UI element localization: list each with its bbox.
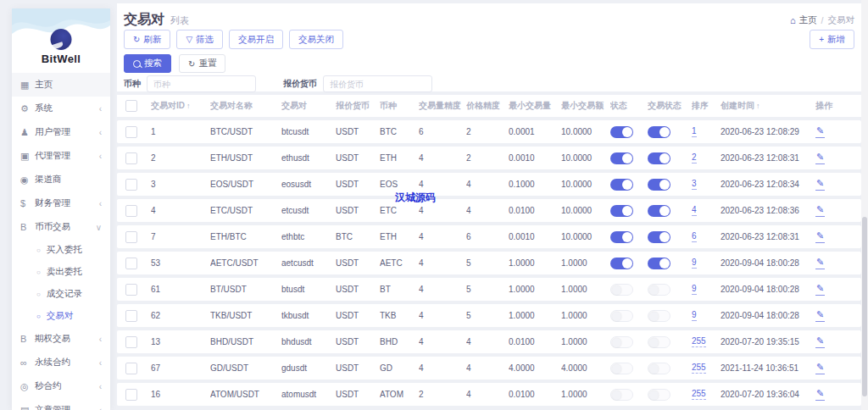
dollar-icon: $: [20, 198, 35, 208]
edit-icon[interactable]: ✎: [815, 283, 825, 296]
chevron-left-icon: ‹: [99, 406, 102, 410]
sort-value-link[interactable]: 9: [692, 284, 697, 295]
status-toggle[interactable]: [610, 389, 633, 401]
row-checkbox[interactable]: [125, 310, 137, 322]
sidebar-item[interactable]: ◎秒合约‹: [12, 374, 110, 398]
cell-min-amount: 10.0000: [561, 206, 592, 215]
edit-icon[interactable]: ✎: [815, 125, 825, 138]
status-toggle[interactable]: [610, 231, 633, 243]
sort-value-link[interactable]: 2: [692, 152, 697, 163]
cell-price-precision: 2: [466, 127, 471, 136]
sidebar-item[interactable]: ◉渠道商: [12, 168, 110, 191]
sidebar-item[interactable]: ∞永续合约‹: [12, 351, 110, 374]
status-toggle[interactable]: [610, 126, 633, 138]
sidebar-item[interactable]: ♟用户管理‹: [12, 120, 110, 144]
row-checkbox[interactable]: [125, 152, 137, 164]
row-checkbox[interactable]: [125, 363, 137, 374]
row-checkbox[interactable]: [125, 336, 137, 348]
sort-value-link[interactable]: 255: [692, 363, 706, 374]
coin-input[interactable]: [147, 75, 256, 92]
cell-min-volume: 0.0010: [509, 153, 535, 163]
status-toggle[interactable]: [610, 152, 633, 164]
quote-input[interactable]: [323, 75, 432, 92]
status-toggle[interactable]: [610, 336, 633, 348]
column-header-label: 操作: [815, 100, 832, 112]
add-button[interactable]: + 新增: [810, 30, 854, 49]
edit-icon[interactable]: ✎: [815, 257, 825, 269]
trade-status-toggle[interactable]: [648, 363, 670, 374]
sidebar-item-label: 系统: [35, 102, 53, 114]
sort-value-link[interactable]: 9: [692, 258, 697, 269]
sort-value-link[interactable]: 255: [692, 336, 706, 347]
sort-arrow-icon[interactable]: ↑: [756, 102, 760, 110]
sort-value-link[interactable]: 9: [692, 310, 697, 321]
trade-status-toggle[interactable]: [648, 258, 670, 269]
trade-close-button[interactable]: 交易关闭: [289, 30, 343, 49]
cell-name: GD/USDT: [210, 363, 248, 373]
status-toggle[interactable]: [610, 310, 633, 322]
trade-status-toggle[interactable]: [648, 284, 670, 296]
sort-value-link[interactable]: 255: [692, 389, 706, 400]
row-checkbox[interactable]: [125, 205, 137, 217]
status-toggle[interactable]: [610, 284, 633, 296]
breadcrumb-current: 交易对: [828, 14, 855, 26]
sidebar-item[interactable]: B币币交易∨: [12, 215, 110, 239]
cell-pair: btusdt: [281, 285, 304, 294]
sidebar-item[interactable]: ▣代理管理‹: [12, 144, 110, 168]
scrollbar-thumb[interactable]: [862, 217, 867, 396]
trade-status-toggle[interactable]: [648, 310, 670, 322]
trade-status-toggle[interactable]: [648, 152, 670, 164]
cell-min-amount: 10.0000: [561, 127, 592, 136]
sort-value-link[interactable]: 1: [692, 126, 697, 137]
refresh-button[interactable]: ↻ 刷新: [124, 30, 170, 49]
edit-icon[interactable]: ✎: [815, 335, 825, 348]
row-checkbox[interactable]: [125, 179, 137, 191]
cell-pair: eosusdt: [281, 180, 311, 189]
sidebar-subitem[interactable]: ○成交记录: [12, 283, 110, 305]
sidebar-item[interactable]: B期权交易‹: [12, 327, 110, 351]
sidebar-item[interactable]: ▤文章管理‹: [12, 398, 110, 410]
edit-icon[interactable]: ✎: [815, 309, 825, 322]
edit-icon[interactable]: ✎: [815, 152, 825, 164]
edit-icon[interactable]: ✎: [815, 230, 825, 243]
select-all-checkbox[interactable]: [125, 100, 137, 112]
trade-open-button[interactable]: 交易开启: [229, 30, 283, 49]
sort-value-link[interactable]: 4: [692, 205, 697, 216]
trade-status-toggle[interactable]: [648, 205, 670, 217]
edit-icon[interactable]: ✎: [815, 388, 825, 401]
sidebar-item[interactable]: ⚙系统‹: [12, 97, 110, 120]
search-button[interactable]: 搜索: [124, 54, 171, 73]
cell-price-precision: 4: [466, 206, 471, 215]
sidebar-subitem-label: 买入委托: [47, 244, 82, 256]
status-toggle[interactable]: [610, 258, 633, 269]
sidebar: BitWell ▦主页⚙系统‹♟用户管理‹▣代理管理‹◉渠道商$财务管理‹B币币…: [12, 8, 110, 410]
row-checkbox[interactable]: [125, 126, 137, 138]
row-checkbox[interactable]: [125, 258, 137, 269]
reset-button[interactable]: ↻ 重置: [179, 54, 225, 73]
sidebar-subitem[interactable]: ○买入委托: [12, 239, 110, 261]
trade-status-toggle[interactable]: [648, 336, 670, 348]
trade-status-toggle[interactable]: [648, 179, 670, 191]
row-checkbox[interactable]: [125, 231, 137, 243]
sidebar-subitem[interactable]: ○卖出委托: [12, 261, 110, 283]
trade-status-toggle[interactable]: [648, 231, 670, 243]
sort-arrow-icon[interactable]: ↑: [186, 102, 191, 110]
edit-icon[interactable]: ✎: [815, 204, 825, 217]
trade-status-toggle[interactable]: [648, 389, 670, 401]
edit-icon[interactable]: ✎: [815, 362, 825, 374]
sidebar-item[interactable]: ▦主页: [12, 73, 110, 97]
page-header-panel: 交易对 列表 ⌂ 主页 / 交易对 ↻ 刷新 ▽ 筛选 交易开启 交易关闭 + …: [117, 3, 861, 91]
filter-button[interactable]: ▽ 筛选: [176, 30, 223, 49]
edit-icon[interactable]: ✎: [815, 178, 825, 191]
status-toggle[interactable]: [610, 179, 633, 191]
sort-value-link[interactable]: 3: [692, 179, 697, 190]
trade-status-toggle[interactable]: [648, 126, 670, 138]
sidebar-subitem[interactable]: ○交易对: [12, 305, 110, 327]
status-toggle[interactable]: [610, 205, 633, 217]
row-checkbox[interactable]: [125, 389, 137, 401]
breadcrumb-home[interactable]: 主页: [799, 14, 817, 26]
sort-value-link[interactable]: 6: [692, 231, 697, 242]
sidebar-item[interactable]: $财务管理‹: [12, 191, 110, 215]
row-checkbox[interactable]: [125, 284, 137, 296]
status-toggle[interactable]: [610, 363, 633, 374]
